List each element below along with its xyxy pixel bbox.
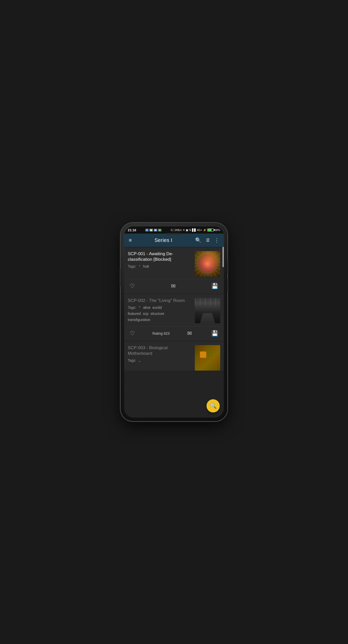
tags-chevron-002[interactable]: ⌃ — [138, 306, 141, 310]
tag-euclid[interactable]: euclid — [152, 305, 162, 310]
speaker — [166, 233, 182, 235]
save-button-002[interactable]: 💾 — [209, 329, 220, 338]
card-001-content: SCP-001 - Awaiting De-classification [Bl… — [128, 251, 220, 277]
tags-chevron-001[interactable]: ⌃ — [138, 265, 141, 268]
card-001-thumbnail[interactable] — [195, 251, 220, 277]
card-scp-001: SCP-001 - Awaiting De-classification [Bl… — [124, 248, 224, 294]
card-002-thumbnail[interactable] — [195, 298, 220, 323]
content-area: SCP-001 - Awaiting De-classification [Bl… — [124, 247, 224, 418]
phone-frame: 21:16 Ψ ▣ ▤ ☻ 0,02КБ/с ✳ ▣ ⇅ ▋▊ 4G+ ⚡ 68… — [121, 223, 227, 421]
email-open-button-002[interactable]: ✉ — [185, 329, 194, 338]
status-time: 21:16 — [128, 228, 136, 232]
camera — [173, 228, 175, 231]
search-button[interactable]: 🔍 — [193, 235, 203, 245]
app-bar-title: Series I — [134, 237, 193, 243]
card-002-tags-row-2: featured scp structure — [128, 312, 192, 316]
charge-icon: ⚡ — [203, 228, 207, 232]
volume-button — [227, 279, 228, 292]
battery-icon — [207, 228, 214, 232]
signal-bars: ▋▊ — [192, 228, 196, 232]
card-003-title[interactable]: SCP-003 - Biological Motherboard — [128, 345, 192, 356]
sort-button[interactable]: ☰̄ — [204, 236, 212, 245]
status-app-icons: Ψ ▣ ▤ ☻ — [145, 229, 162, 232]
power-button — [227, 261, 228, 274]
card-003-thumbnail[interactable] — [195, 345, 220, 371]
tag-scp[interactable]: scp — [143, 312, 148, 316]
like-button-001[interactable]: ♡ — [128, 282, 137, 290]
search-fab[interactable]: 🔍 — [207, 399, 220, 412]
card-scp-003: SCP-003 - Biological Motherboard Tags: ⌃ — [124, 342, 224, 371]
card-001-actions: ♡ ✉ 💾 — [128, 279, 220, 294]
like-button-002[interactable]: ♡ — [128, 329, 137, 338]
scroll-indicator — [223, 247, 224, 418]
tag-structure[interactable]: structure — [150, 312, 164, 316]
card-002-content: SCP-002 - The "Living" Room Tags: ⌃ aliv… — [128, 298, 220, 324]
card-001-title[interactable]: SCP-001 - Awaiting De-classification [Bl… — [128, 251, 192, 262]
email-button-001[interactable]: ✉ — [169, 282, 178, 290]
tags-chevron-003[interactable]: ⌃ — [138, 359, 141, 362]
card-002-text: SCP-002 - The "Living" Room Tags: ⌃ aliv… — [128, 298, 192, 324]
headphone-icon: ▣ — [186, 228, 188, 232]
tags-label-002: Tags: — [128, 305, 136, 310]
app-icon-4: ☻ — [158, 229, 162, 232]
card-scp-002: SCP-002 - The "Living" Room Tags: ⌃ aliv… — [124, 294, 224, 341]
status-right-group: 0,02КБ/с ✳ ▣ ⇅ ▋▊ 4G+ ⚡ 68% — [171, 228, 220, 232]
card-002-tags-row: Tags: ⌃ alive euclid — [128, 305, 192, 310]
sync-icon: ⇅ — [189, 228, 191, 232]
more-button[interactable]: ⋮ — [212, 235, 221, 245]
app-bar-actions: 🔍 ☰̄ ⋮ — [193, 235, 221, 245]
card-003-content: SCP-003 - Biological Motherboard Tags: ⌃ — [128, 345, 220, 371]
volume-left-button — [120, 269, 121, 286]
search-fab-icon: 🔍 — [210, 403, 217, 409]
tag-hub[interactable]: hub — [143, 264, 149, 268]
tags-label-001: Tags: — [128, 264, 136, 268]
tag-transfiguration[interactable]: transfiguration — [128, 318, 150, 322]
rating-002: Rating 623 — [152, 331, 170, 335]
card-002-title[interactable]: SCP-002 - The "Living" Room — [128, 298, 192, 303]
app-icon-1: Ψ — [145, 229, 148, 232]
tags-label-003: Tags: — [128, 358, 136, 362]
battery-fill — [208, 229, 212, 231]
card-003-text: SCP-003 - Biological Motherboard Tags: ⌃ — [128, 345, 192, 371]
card-002-actions: ♡ Rating 623 ✉ 💾 — [128, 326, 220, 341]
app-bar: ≡ Series I 🔍 ☰̄ ⋮ — [124, 234, 224, 247]
save-button-001[interactable]: 💾 — [209, 282, 220, 290]
network-speed: 0,02КБ/с — [171, 228, 182, 232]
app-icon-3: ▤ — [154, 229, 157, 232]
card-001-text: SCP-001 - Awaiting De-classification [Bl… — [128, 251, 192, 277]
battery-percent: 68% — [215, 228, 220, 232]
app-icon-2: ▣ — [149, 229, 153, 232]
card-003-tags-row: Tags: ⌃ — [128, 358, 192, 362]
menu-button[interactable]: ≡ — [127, 236, 134, 245]
phone-screen: 21:16 Ψ ▣ ▤ ☻ 0,02КБ/с ✳ ▣ ⇅ ▋▊ 4G+ ⚡ 68… — [124, 226, 224, 418]
bluetooth-icon: ✳ — [183, 228, 185, 232]
scroll-thumb — [223, 247, 224, 267]
tag-featured[interactable]: featured — [128, 312, 141, 316]
tag-alive[interactable]: alive — [143, 305, 150, 310]
card-002-tags-row-3: transfiguration — [128, 318, 192, 322]
network-type: 4G+ — [197, 228, 202, 232]
card-001-tags-row: Tags: ⌃ hub — [128, 264, 192, 268]
